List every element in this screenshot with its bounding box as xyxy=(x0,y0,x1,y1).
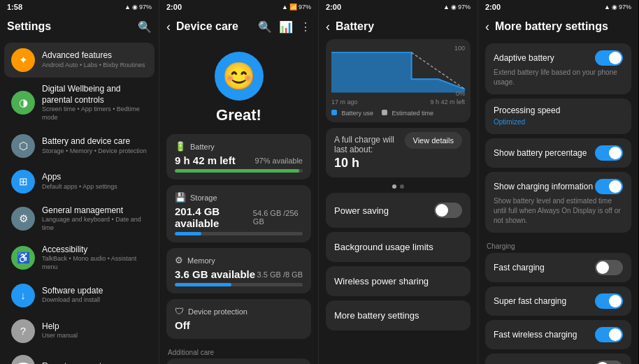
device-care-panel: 2:00 ▲ 📶 97% ‹ Device care 🔍 📊 ⋮ 😊 Great… xyxy=(159,0,319,364)
memory-progress xyxy=(175,283,303,286)
status-icons-3: ▲ ◉ 97% xyxy=(443,3,471,10)
mbs-title-adaptive: Adaptive battery xyxy=(494,53,595,63)
toggle-fast[interactable] xyxy=(595,260,623,275)
battery-care-card[interactable]: 🔋 Battery 9 h 42 m left 97% available xyxy=(166,134,311,180)
settings-title-general: General management xyxy=(42,205,148,217)
battery-menu-label-0: Power saving xyxy=(334,205,389,216)
toggle-super_fast[interactable] xyxy=(595,293,623,309)
battery-icon-4: 97% xyxy=(619,3,631,10)
time-1: 1:58 xyxy=(7,3,22,11)
more-icon-2[interactable]: ⋮ xyxy=(300,20,311,34)
settings-icon-accessibility: ♿ xyxy=(11,246,35,270)
protect-battery-item[interactable]: Protect battery To extend the lifespan o… xyxy=(485,354,631,364)
settings-icon-apps: ⊞ xyxy=(11,170,35,194)
protect-battery-toggle[interactable] xyxy=(595,361,623,364)
chart-icon-2[interactable]: 📊 xyxy=(279,20,293,34)
settings-text-battery: Battery and device care Storage • Memory… xyxy=(42,136,147,155)
charging-item-super_fast[interactable]: Super fast charging xyxy=(485,286,631,316)
settings-list: ✦ Advanced features Android Auto • Labs … xyxy=(0,39,159,364)
time-4: 2:00 xyxy=(485,3,501,11)
battery-menu-item-2[interactable]: Wireless power sharing xyxy=(326,266,471,296)
more-battery-panel: 2:00 ▲ ◉ 97% ‹ More battery settings Ada… xyxy=(478,0,638,364)
settings-title-wellbeing: Digital Wellbeing and parental controls xyxy=(42,84,148,105)
battery-available: 97% available xyxy=(255,156,303,165)
search-icon-2[interactable]: 🔍 xyxy=(258,20,272,34)
settings-text-advanced: Advanced features Android Auto • Labs • … xyxy=(42,50,145,69)
battery-main-val: 9 h 42 m left xyxy=(175,154,236,166)
smiley-face: 😊 xyxy=(215,52,264,101)
settings-icon-battery: ⬡ xyxy=(11,134,35,158)
battery-card-label: Battery xyxy=(190,143,215,151)
memory-main-val: 3.6 GB available xyxy=(175,268,255,280)
settings-item-remote[interactable]: ☎ Remote support xyxy=(4,349,155,365)
settings-title-apps: Apps xyxy=(42,172,117,183)
settings-sub-battery: Storage • Memory • Device protection xyxy=(42,147,147,156)
charging-title-super_fast: Super fast charging xyxy=(494,296,595,306)
charging-row-fast_wireless: Fast wireless charging xyxy=(494,327,623,342)
dots-row xyxy=(326,184,471,189)
storage-detail: 54.6 GB /256 GB xyxy=(253,209,303,226)
charging-row-fast: Fast charging xyxy=(494,260,623,275)
settings-icon-help: ? xyxy=(11,319,35,343)
settings-item-wellbeing[interactable]: ◑ Digital Wellbeing and parental control… xyxy=(4,78,155,128)
settings-panel: 1:58 ▲ ◉ 97% Settings 🔍 ✦ Advanced featu… xyxy=(0,0,159,364)
mbs-item-show_pct[interactable]: Show battery percentage xyxy=(485,138,631,168)
toggle-adaptive[interactable] xyxy=(595,50,623,66)
status-icons-4: ▲ ◉ 97% xyxy=(604,3,631,10)
mbs-item-processing[interactable]: Processing speed Optimized xyxy=(485,99,631,134)
battery-fill xyxy=(175,169,299,173)
settings-item-software[interactable]: ↓ Software update Download and install xyxy=(4,278,155,313)
device-care-header-icons: 🔍 📊 ⋮ xyxy=(258,20,311,34)
mbs-row-adaptive: Adaptive battery xyxy=(494,50,623,66)
toggle-show_pct[interactable] xyxy=(595,145,623,161)
dot-1 xyxy=(392,184,396,189)
dot-2 xyxy=(400,184,404,189)
software-update-card[interactable]: Software update Last checked on Septembe… xyxy=(166,358,311,364)
toggle-show_charge[interactable] xyxy=(595,179,623,194)
power-saving-toggle[interactable] xyxy=(434,203,462,218)
battery-svg xyxy=(331,45,465,94)
settings-item-advanced[interactable]: ✦ Advanced features Android Auto • Labs … xyxy=(4,43,155,78)
wifi-icon-1: ◉ xyxy=(132,3,138,10)
wifi-icon-4: ◉ xyxy=(612,3,617,10)
status-bar-2: 2:00 ▲ 📶 97% xyxy=(159,0,318,14)
settings-item-battery[interactable]: ⬡ Battery and device care Storage • Memo… xyxy=(4,129,155,163)
memory-care-row: 3.6 GB available 3.5 GB /8 GB xyxy=(175,268,303,280)
device-care-title: Device care xyxy=(176,20,258,33)
chart-axis: 17 m ago 9 h 42 m left xyxy=(331,97,465,107)
settings-sub-advanced: Android Auto • Labs • Bixby Routines xyxy=(42,61,145,70)
memory-detail: 3.5 GB /8 GB xyxy=(257,270,303,279)
charging-item-fast[interactable]: Fast charging xyxy=(485,253,631,282)
memory-care-card[interactable]: ⚙ Memory 3.6 GB available 3.5 GB /8 GB xyxy=(166,248,311,293)
back-button-3[interactable]: ‹ xyxy=(326,20,330,34)
view-details-button[interactable]: View details xyxy=(405,132,463,149)
smiley-section: 😊 Great! xyxy=(166,45,311,134)
settings-item-help[interactable]: ? Help User manual xyxy=(4,314,155,349)
chart-legend: Battery use Estimated time xyxy=(331,110,465,117)
storage-care-card[interactable]: 💾 Storage 201.4 GB available 54.6 GB /25… xyxy=(166,185,311,242)
status-bar-3: 2:00 ▲ ◉ 97% xyxy=(319,0,478,14)
mbs-item-adaptive[interactable]: Adaptive battery Extend battery life bas… xyxy=(485,43,631,94)
mbs-item-show_charge[interactable]: Show charging information Show battery l… xyxy=(485,172,631,233)
search-icon[interactable]: 🔍 xyxy=(138,20,152,34)
mbs-sub-adaptive: Extend battery life based on your phone … xyxy=(494,68,623,87)
toggle-fast_wireless[interactable] xyxy=(595,327,623,342)
chart-percent-top: 100 xyxy=(454,45,465,52)
charging-item-fast_wireless[interactable]: Fast wireless charging xyxy=(485,320,631,349)
back-button-4[interactable]: ‹ xyxy=(485,20,489,34)
protection-value: Off xyxy=(175,319,190,331)
protection-header: 🛡 Device protection xyxy=(175,306,303,316)
battery-menu-item-1[interactable]: Background usage limits xyxy=(326,232,471,262)
protection-card[interactable]: 🛡 Device protection Off xyxy=(166,299,311,339)
settings-item-apps[interactable]: ⊞ Apps Default apps • App settings xyxy=(4,164,155,199)
back-button-2[interactable]: ‹ xyxy=(166,20,171,34)
memory-icon: ⚙ xyxy=(175,255,183,265)
battery-menu-item-0[interactable]: Power saving xyxy=(326,193,471,228)
battery-use-dot xyxy=(331,110,337,115)
settings-item-general[interactable]: ⚙ General management Language and keyboa… xyxy=(4,200,155,238)
charge-info-card: View details A full charge will last abo… xyxy=(326,128,471,177)
signal-icon-2: ▲ xyxy=(282,3,288,10)
settings-sub-apps: Default apps • App settings xyxy=(42,183,117,191)
battery-menu-item-3[interactable]: More battery settings xyxy=(326,300,471,330)
settings-item-accessibility[interactable]: ♿ Accessibility TalkBack • Mono audio • … xyxy=(4,239,155,277)
